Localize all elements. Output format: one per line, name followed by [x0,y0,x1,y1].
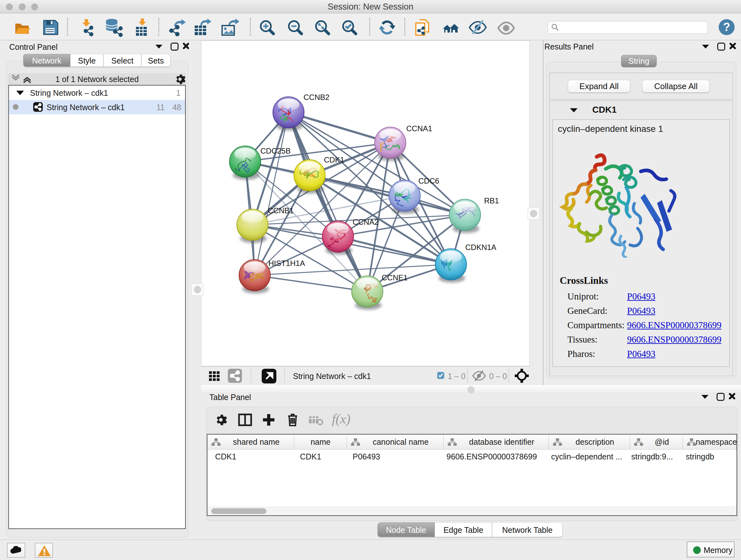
svg-text:CDK1: CDK1 [324,155,344,164]
svg-text:CCNA1: CCNA1 [406,124,432,133]
svg-text:CDC25B: CDC25B [260,146,291,155]
svg-text:CCNB1: CCNB1 [268,206,293,215]
svg-text:CCNE1: CCNE1 [382,273,408,282]
svg-text:CCNB2: CCNB2 [304,93,329,102]
svg-text:RB1: RB1 [484,196,499,205]
svg-text:CCNA2: CCNA2 [353,218,379,226]
svg-text:HIST1H1A: HIST1H1A [268,259,305,267]
svg-text:CDC6: CDC6 [418,177,439,185]
svg-text:CDKN1A: CDKN1A [465,243,496,252]
